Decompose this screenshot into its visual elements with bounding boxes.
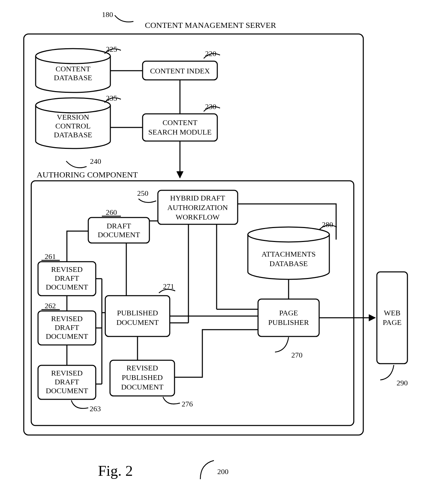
vcdb-label-2: CONTROL — [55, 122, 91, 130]
leader-276 — [163, 397, 180, 404]
search-label-1: CONTENT — [163, 118, 198, 127]
svg-point-1 — [36, 98, 110, 113]
patent-diagram: CONTENT MANAGEMENT SERVER 180 CONTENT DA… — [0, 0, 421, 504]
authoring-title: AUTHORING COMPONENT — [37, 170, 138, 179]
ref-250: 250 — [137, 189, 148, 197]
rev1-label-1: REVISED — [51, 265, 83, 274]
ref-240: 240 — [90, 157, 101, 166]
content-database: CONTENT DATABASE — [36, 49, 110, 92]
ref-200: 200 — [217, 467, 228, 476]
rev3-label-1: REVISED — [51, 369, 83, 377]
attachments-database: ATTACHMENTS DATABASE — [248, 227, 329, 279]
ref-261: 261 — [45, 252, 56, 261]
figure-caption: Fig. 2 — [98, 463, 133, 479]
search-label-2: SEARCH MODULE — [148, 128, 212, 136]
revpub-label-1: REVISED — [127, 364, 158, 372]
page-publisher-box — [258, 299, 319, 336]
ref-230: 230 — [205, 102, 216, 111]
attachdb-label-1: ATTACHMENTS — [261, 250, 316, 258]
rev1-label-2: DRAFT — [55, 274, 79, 282]
conn-revpub-pagepub — [175, 330, 258, 377]
leader-263 — [71, 400, 88, 409]
ref-263: 263 — [90, 404, 101, 413]
vcdb-label-1: VERSION — [57, 113, 89, 121]
search-module-box — [143, 114, 217, 141]
conn-draft-rev1 — [67, 231, 88, 262]
draft-label-1: DRAFT — [107, 222, 131, 230]
ref-271: 271 — [163, 282, 174, 291]
version-control-database: VERSION CONTROL DATABASE — [36, 98, 110, 149]
ref-270: 270 — [291, 351, 303, 359]
leader-240 — [66, 161, 87, 168]
ref-220: 220 — [205, 49, 216, 58]
rev3-label-2: DRAFT — [55, 378, 79, 386]
pagepub-label-2: PUBLISHER — [268, 318, 309, 327]
leader-200 — [200, 460, 214, 479]
leader-180 — [115, 15, 133, 22]
published-label-1: PUBLISHED — [117, 309, 158, 317]
ref-276: 276 — [182, 400, 193, 408]
leader-290 — [380, 365, 394, 380]
ref-262: 262 — [45, 301, 56, 310]
conn-workflow-attachdb — [238, 204, 336, 240]
ref-225: 225 — [106, 45, 117, 53]
ref-280: 280 — [322, 220, 333, 229]
ref-290: 290 — [397, 379, 408, 387]
attachdb-label-2: DATABASE — [269, 259, 308, 268]
webpage-label-1: WEB — [384, 309, 401, 317]
content-index-label: CONTENT INDEX — [150, 67, 210, 75]
rev2-label-1: REVISED — [51, 314, 83, 323]
workflow-label-1: HYBRID DRAFT — [170, 194, 225, 202]
content-db-label-1: CONTENT — [56, 65, 91, 73]
draft-label-2: DOCUMENT — [98, 230, 140, 239]
webpage-label-2: PAGE — [383, 318, 401, 327]
rev2-label-3: DOCUMENT — [46, 332, 88, 341]
workflow-label-3: WORKFLOW — [176, 213, 220, 221]
svg-point-0 — [36, 49, 110, 64]
rev1-label-3: DOCUMENT — [46, 283, 88, 291]
ref-180: 180 — [102, 10, 113, 19]
revpub-label-3: DOCUMENT — [121, 383, 164, 391]
web-page-box — [377, 272, 407, 364]
leader-250 — [139, 199, 156, 203]
ref-235: 235 — [106, 94, 117, 102]
server-title: CONTENT MANAGEMENT SERVER — [145, 21, 276, 30]
workflow-label-2: AUTHORIZATION — [167, 203, 228, 212]
pagepub-label-1: PAGE — [279, 309, 298, 317]
revpub-label-2: PUBLISHED — [122, 373, 163, 382]
svg-point-2 — [248, 227, 329, 242]
content-db-label-2: DATABASE — [54, 73, 92, 82]
rev2-label-2: DRAFT — [55, 323, 79, 332]
published-label-2: DOCUMENT — [116, 318, 159, 327]
ref-260: 260 — [106, 208, 117, 216]
vcdb-label-3: DATABASE — [54, 131, 92, 139]
leader-270 — [275, 337, 289, 352]
rev3-label-3: DOCUMENT — [46, 386, 88, 395]
